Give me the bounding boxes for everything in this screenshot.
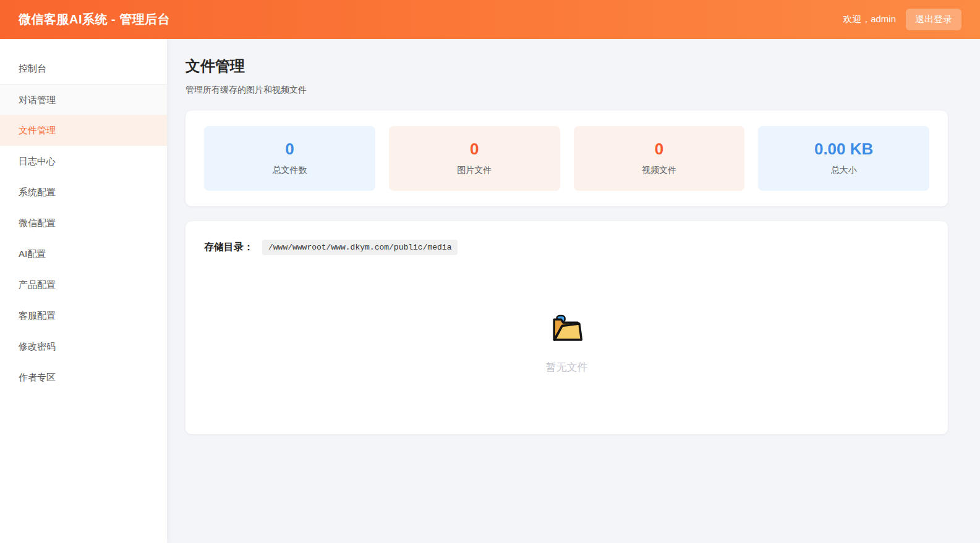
main-content: 文件管理 管理所有缓存的图片和视频文件 0总文件数0图片文件0视频文件0.00 … [167,39,980,543]
empty-state: 暂无文件 [204,312,929,374]
storage-label: 存储目录： [204,241,254,254]
app-header: 微信客服AI系统 - 管理后台 欢迎，admin 退出登录 [0,0,980,39]
page-subtitle: 管理所有缓存的图片和视频文件 [185,85,948,96]
stat-value: 0 [389,140,560,159]
stat-label: 图片文件 [389,165,560,176]
welcome-text: 欢迎，admin [843,14,896,25]
sidebar-item-0[interactable]: 控制台 [0,53,167,84]
storage-row: 存储目录： /www/wwwroot/www.dkym.com/public/m… [204,240,929,255]
open-folder-icon [550,312,584,344]
stat-value: 0 [204,140,375,159]
sidebar-item-9[interactable]: 修改密码 [0,331,167,362]
stats-grid: 0总文件数0图片文件0视频文件0.00 KB总大小 [204,126,929,191]
sidebar-item-7[interactable]: 产品配置 [0,269,167,300]
sidebar-item-1[interactable]: 对话管理 [0,84,167,115]
sidebar-item-3[interactable]: 日志中心 [0,146,167,177]
stat-box-3: 0.00 KB总大小 [758,126,929,191]
sidebar-item-6[interactable]: AI配置 [0,238,167,269]
sidebar-item-2[interactable]: 文件管理 [0,115,167,146]
stat-label: 总大小 [758,165,929,176]
stat-box-2: 0视频文件 [574,126,745,191]
files-card: 存储目录： /www/wwwroot/www.dkym.com/public/m… [185,221,948,434]
stats-card: 0总文件数0图片文件0视频文件0.00 KB总大小 [185,111,948,206]
page-title: 文件管理 [185,56,948,76]
stat-box-0: 0总文件数 [204,126,375,191]
header-right: 欢迎，admin 退出登录 [843,9,961,30]
stat-value: 0 [574,140,745,159]
sidebar-item-10[interactable]: 作者专区 [0,362,167,393]
sidebar-item-8[interactable]: 客服配置 [0,300,167,331]
stat-value: 0.00 KB [758,140,929,159]
layout: 控制台对话管理文件管理日志中心系统配置微信配置AI配置产品配置客服配置修改密码作… [0,39,980,543]
sidebar: 控制台对话管理文件管理日志中心系统配置微信配置AI配置产品配置客服配置修改密码作… [0,39,167,543]
sidebar-item-4[interactable]: 系统配置 [0,177,167,208]
app-title: 微信客服AI系统 - 管理后台 [19,11,170,28]
sidebar-item-5[interactable]: 微信配置 [0,208,167,238]
logout-button[interactable]: 退出登录 [906,9,961,30]
stat-box-1: 0图片文件 [389,126,560,191]
stat-label: 视频文件 [574,165,745,176]
storage-path: /www/wwwroot/www.dkym.com/public/media [262,240,458,255]
empty-text: 暂无文件 [546,360,588,374]
stat-label: 总文件数 [204,165,375,176]
